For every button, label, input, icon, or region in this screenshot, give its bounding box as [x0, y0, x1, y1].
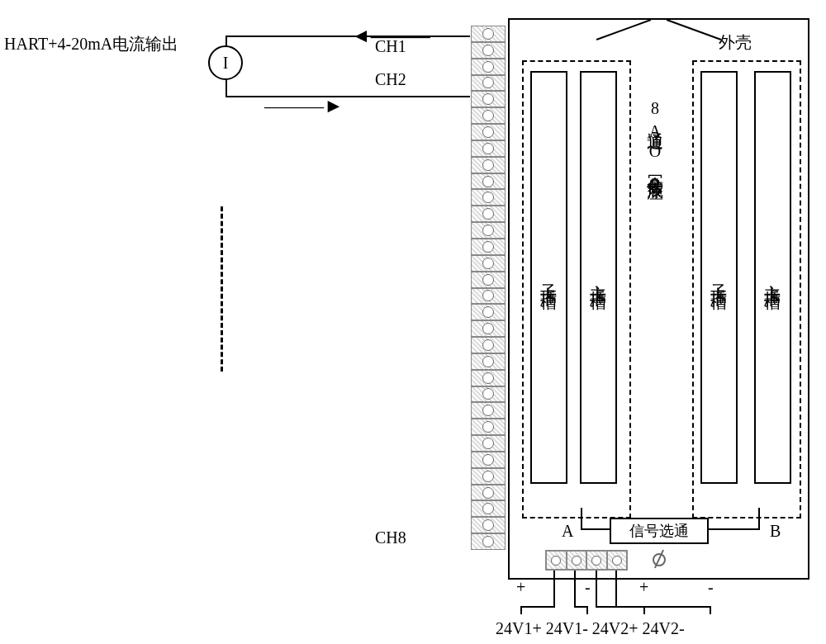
wire [615, 606, 711, 608]
wire [709, 528, 760, 530]
power-terminal [546, 551, 567, 570]
power-terminal [567, 551, 587, 570]
terminal-block [471, 26, 506, 42]
sub-card-slot-b: 子卡插槽 [700, 71, 738, 484]
main-card-slot-a: 主卡插槽 [580, 71, 617, 484]
terminal-block [471, 468, 506, 485]
terminal-block [471, 370, 506, 386]
current-source-symbol: I [208, 45, 243, 80]
terminal-block [471, 435, 506, 452]
channel-1-label: CH1 [375, 37, 406, 56]
terminal-block [471, 533, 506, 550]
terminal-block [471, 304, 506, 320]
wire [574, 571, 576, 606]
terminal-block [471, 386, 506, 403]
wire [710, 606, 711, 614]
wire [758, 508, 760, 530]
polarity-plus: + [639, 578, 648, 597]
polarity-plus: + [516, 578, 525, 597]
sub-card-slot-a: 子卡插槽 [530, 71, 567, 484]
wire [643, 606, 645, 614]
wire [596, 571, 597, 606]
arrow-right-icon: ———► [264, 95, 344, 117]
terminal-block [471, 272, 506, 288]
wire [553, 571, 555, 606]
hart-output-label: HART+4-20mA电流输出 [4, 33, 178, 55]
terminal-block [471, 75, 506, 92]
terminal-block [471, 42, 506, 59]
power-terminal [586, 551, 607, 570]
ellipsis-dash [221, 206, 223, 372]
terminal-block [471, 402, 506, 419]
slot-label: 子卡插槽 [708, 271, 730, 284]
polarity-minus: - [708, 578, 714, 597]
terminal-block [471, 239, 506, 255]
power-labels: 24V1+ 24V1- 24V2+ 24V2- [496, 619, 685, 638]
terminal-block [471, 173, 506, 190]
terminal-strip [471, 26, 506, 550]
wire [225, 79, 227, 97]
wire [582, 528, 610, 530]
group-b-label: B [770, 522, 781, 541]
wire [520, 606, 522, 614]
wire [586, 606, 588, 614]
terminal-block [471, 288, 506, 305]
terminal-block [471, 320, 506, 337]
power-terminal [607, 551, 628, 570]
terminal-block [471, 255, 506, 272]
terminal-block [471, 419, 506, 435]
slot-label: 主卡插槽 [587, 271, 610, 284]
terminal-block [471, 452, 506, 468]
main-card-slot-b: 主卡插槽 [754, 71, 791, 484]
terminal-block [471, 485, 506, 501]
terminal-block [471, 107, 506, 124]
slot-label: 主卡插槽 [762, 271, 784, 284]
shell-label: 外壳 [719, 31, 752, 54]
terminal-block [471, 59, 506, 75]
wire [581, 508, 582, 530]
slot-label: 子卡插槽 [538, 271, 560, 284]
terminal-block [471, 517, 506, 533]
wire [522, 606, 555, 608]
terminal-block [471, 353, 506, 370]
terminal-block [471, 124, 506, 140]
terminal-block [471, 189, 506, 206]
group-a-label: A [562, 522, 573, 541]
polarity-minus: - [585, 578, 591, 597]
base-label: 8通道AO冗余信号底座 [644, 99, 667, 172]
terminal-block [471, 91, 506, 107]
terminal-block [471, 140, 506, 157]
terminal-block [471, 157, 506, 173]
signal-selector-box: 信号选通 [610, 518, 709, 544]
channel-8-label: CH8 [375, 528, 406, 547]
wire [615, 571, 617, 606]
wire [225, 96, 470, 97]
terminal-block [471, 222, 506, 239]
wire [225, 36, 470, 37]
terminal-block [471, 337, 506, 353]
terminal-block [471, 206, 506, 222]
terminal-block [471, 500, 506, 517]
channel-2-label: CH2 [375, 70, 406, 89]
power-terminal-block [545, 550, 628, 571]
